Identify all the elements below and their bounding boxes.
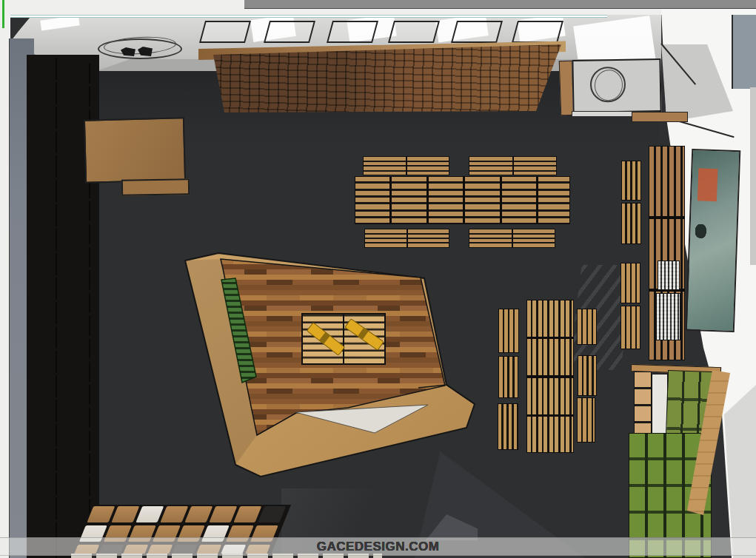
vertical-slat-bench-right bbox=[578, 355, 597, 396]
shelf-cube bbox=[71, 338, 98, 360]
bench-divider bbox=[512, 157, 514, 175]
vertical-slat-bench-left bbox=[498, 356, 518, 398]
vertical-slat-bench-left bbox=[498, 309, 519, 353]
shelf-cube bbox=[30, 351, 68, 373]
wall-slat-bench bbox=[621, 161, 641, 201]
shelf-cube bbox=[71, 269, 98, 291]
shelf-cube bbox=[30, 448, 68, 471]
bottom-shelf-box bbox=[184, 506, 213, 522]
wall-trim-line bbox=[6, 15, 607, 18]
shelf-cube bbox=[30, 229, 68, 251]
shelf-cube bbox=[30, 375, 68, 397]
skylight-frame bbox=[512, 21, 563, 43]
shelf-cube bbox=[71, 476, 98, 497]
wall-poster bbox=[686, 149, 741, 332]
reception-desk-extension bbox=[121, 178, 190, 196]
shelf-cube bbox=[30, 131, 68, 153]
green-shelf-tan-column bbox=[634, 372, 652, 440]
viewport-axis-line bbox=[2, 0, 4, 28]
watermark-bar: GACEDESIGN.COMGACEDESIGN.COMGACEDESIGN.C… bbox=[0, 537, 756, 556]
top-edge-bar bbox=[244, 0, 756, 9]
acoustic-slat-panel bbox=[211, 43, 565, 115]
wall-slat-bench bbox=[620, 263, 640, 303]
interior-render-canvas: GACEDESIGN.COMGACEDESIGN.COMGACEDESIGN.C… bbox=[0, 0, 756, 558]
watermark-text: GACEDESIGN.COM bbox=[317, 539, 440, 554]
shelf-cube bbox=[30, 253, 68, 275]
shelf-cube bbox=[30, 82, 68, 104]
shelf-cube bbox=[71, 246, 98, 268]
shelf-cube bbox=[30, 473, 68, 495]
bottom-shelf-box bbox=[87, 506, 115, 522]
slat-bench bbox=[469, 229, 555, 248]
shelf-cube bbox=[30, 400, 68, 422]
slat-bench bbox=[364, 229, 449, 248]
wall-slat-bench bbox=[621, 203, 641, 244]
bottom-shelf-box bbox=[160, 506, 188, 522]
wall-slat-bench bbox=[620, 306, 640, 349]
wall-shelf-top-slab bbox=[632, 112, 688, 122]
shelf-cube bbox=[30, 180, 68, 202]
wall-mesh-basket bbox=[658, 260, 680, 290]
shelf-cube bbox=[71, 86, 98, 107]
corner-panel bbox=[732, 15, 756, 89]
skylight-frame bbox=[451, 21, 503, 43]
bottom-shelf-box bbox=[258, 506, 286, 522]
shelf-cube bbox=[71, 292, 98, 314]
vertical-slat-bench-left bbox=[498, 403, 518, 450]
poster-accent-square bbox=[698, 168, 718, 201]
shelf-cube bbox=[71, 453, 98, 474]
slat-bench bbox=[469, 156, 557, 175]
bottom-shelf-box bbox=[111, 506, 139, 522]
skylight-frame bbox=[388, 21, 440, 43]
bottom-shelf-box bbox=[209, 506, 237, 522]
wood-platform bbox=[178, 244, 489, 488]
shelf-cube bbox=[30, 497, 68, 520]
shelf-cube bbox=[30, 155, 68, 178]
poster-photo-smudge bbox=[695, 224, 706, 238]
bench-divider bbox=[407, 229, 408, 247]
slat-bench bbox=[363, 156, 449, 175]
shelf-cube bbox=[30, 326, 68, 349]
vertical-slat-bench-right bbox=[577, 309, 597, 345]
shelf-cube bbox=[71, 430, 98, 451]
vertical-slat-table bbox=[526, 300, 574, 453]
shelf-cube bbox=[30, 58, 68, 80]
shelf-cube bbox=[71, 361, 98, 383]
vertical-slat-bench-right bbox=[577, 397, 595, 443]
shelf-cube bbox=[71, 63, 98, 84]
shelf-cube bbox=[71, 384, 98, 406]
ac-unit bbox=[572, 58, 661, 113]
wall-mesh-basket bbox=[656, 293, 680, 340]
right-edge-shade bbox=[750, 87, 756, 265]
shelf-cube bbox=[71, 223, 98, 245]
skylight-frame bbox=[199, 21, 251, 43]
shelf-cube bbox=[30, 278, 68, 300]
slat-table-large bbox=[355, 176, 570, 224]
platform-table bbox=[302, 314, 385, 364]
poster-photo-grid bbox=[692, 221, 734, 320]
skylight-frame bbox=[327, 21, 378, 43]
shelf-cube bbox=[71, 407, 98, 428]
bottom-shelf-box bbox=[233, 506, 261, 522]
reception-desk bbox=[84, 117, 186, 184]
shelf-cube bbox=[71, 201, 98, 222]
skylight-frame bbox=[264, 21, 315, 43]
shelf-cube bbox=[30, 302, 68, 324]
bottom-shelf-box bbox=[136, 506, 164, 522]
shelf-cube bbox=[30, 204, 68, 226]
bench-divider bbox=[512, 229, 513, 247]
shelf-cube bbox=[71, 315, 98, 337]
shelf-cube bbox=[30, 107, 68, 129]
shelf-cube bbox=[30, 424, 68, 446]
bench-divider bbox=[406, 157, 407, 175]
